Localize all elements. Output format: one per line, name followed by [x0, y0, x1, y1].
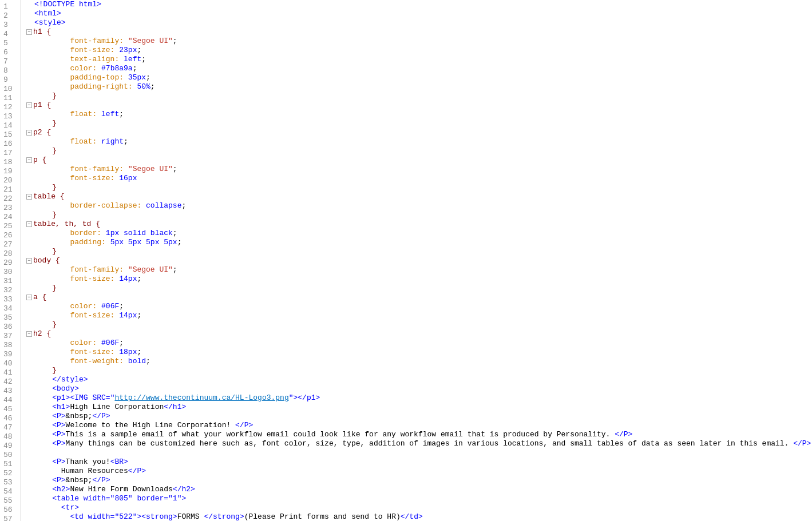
code-line: padding: 5px 5px 5px 5px;: [24, 238, 812, 247]
code-line: font-family: "Segoe UI";: [24, 37, 812, 46]
code-token: </h1>: [164, 403, 186, 412]
fold-icon[interactable]: −: [26, 295, 32, 300]
line-number: 28: [3, 249, 17, 258]
code-line: <body>: [24, 384, 812, 393]
code-line: <html>: [24, 9, 812, 18]
code-line: color: #06F;: [24, 339, 812, 348]
line-number: 18: [3, 158, 17, 167]
line-number: 16: [3, 140, 17, 149]
fold-icon[interactable]: −: [26, 102, 32, 108]
code-token: Human Resources: [34, 467, 128, 476]
line-number: 22: [3, 194, 17, 204]
code-line: text-align: left;: [24, 55, 812, 64]
code-line: font-size: 16px: [24, 174, 812, 183]
code-line: font-size: 14px;: [24, 311, 812, 320]
code-token: }: [34, 92, 57, 101]
code-token: ;: [137, 275, 141, 284]
code-token: <IMG SRC=": [70, 393, 114, 403]
code-token: bold: [128, 357, 146, 366]
code-token: <P>: [34, 430, 66, 439]
code-token: ;: [124, 137, 128, 146]
code-token: left: [101, 110, 119, 119]
code-token: ;: [150, 82, 155, 92]
line-number: 56: [3, 506, 17, 515]
code-line: }: [24, 247, 812, 256]
code-line: font-family: "Segoe UI";: [24, 165, 812, 174]
line-number: 25: [3, 222, 17, 231]
code-token: }: [34, 247, 57, 256]
code-token: </style>: [34, 375, 88, 384]
code-line: }: [24, 366, 812, 375]
code-token: 14px: [119, 311, 137, 320]
code-token: ;: [141, 55, 146, 64]
code-token: </P>: [128, 467, 146, 476]
line-number: 36: [3, 323, 17, 332]
code-line: <P>&nbsp;</P>: [24, 412, 812, 421]
fold-icon[interactable]: −: [26, 29, 32, 35]
code-token: table, th, td {: [33, 220, 100, 229]
code-line: Human Resources</P>: [24, 467, 812, 476]
code-line: −h1 {: [24, 27, 812, 37]
line-number: 11: [3, 94, 17, 103]
code-token: text-align:: [34, 55, 124, 64]
code-token: float:: [34, 110, 101, 119]
code-token: }: [34, 320, 57, 329]
line-number: 5: [3, 39, 17, 48]
code-token: h1 {: [33, 27, 51, 37]
line-number: 24: [3, 213, 17, 222]
fold-icon[interactable]: −: [26, 258, 32, 264]
code-token: font-family:: [34, 265, 128, 275]
code-token: </P>: [92, 412, 110, 421]
line-number: 55: [3, 496, 17, 506]
code-token: font-size:: [34, 275, 119, 284]
code-token: "Segoe UI": [128, 37, 173, 46]
code-token: <tr>: [34, 503, 79, 512]
code-line: font-size: 23px;: [24, 46, 812, 55]
line-number: 8: [3, 66, 17, 75]
code-line: }: [24, 320, 812, 329]
code-token: ;: [133, 64, 137, 73]
fold-icon[interactable]: −: [26, 221, 32, 227]
code-token: padding:: [34, 238, 110, 247]
code-token: font-size:: [34, 311, 119, 320]
fold-icon[interactable]: −: [26, 194, 32, 200]
code-token: </p1>: [298, 393, 320, 403]
code-token: }: [34, 284, 57, 293]
code-line: float: left;: [24, 110, 812, 119]
line-numbers-column: 1234567891011121314151617181920212223242…: [0, 0, 21, 521]
code-token: #7b8a9a: [101, 64, 133, 73]
line-number: 47: [3, 423, 17, 432]
line-number: 44: [3, 396, 17, 405]
code-token: ">: [289, 393, 298, 403]
code-line: border: 1px solid black;: [24, 229, 812, 238]
code-token: padding-top:: [34, 73, 128, 82]
code-token: ;: [137, 46, 141, 55]
code-line: }: [24, 183, 812, 192]
line-number: 9: [3, 75, 17, 85]
code-line: padding-right: 50%;: [24, 82, 812, 92]
code-token: 1px solid black: [106, 229, 173, 238]
fold-icon[interactable]: −: [26, 130, 32, 136]
line-number: 39: [3, 350, 17, 359]
code-line: font-family: "Segoe UI";: [24, 265, 812, 275]
line-number: 57: [3, 515, 17, 521]
code-token: ;: [173, 165, 177, 174]
line-number: 17: [3, 149, 17, 158]
line-number: 54: [3, 487, 17, 496]
code-line: <style>: [24, 18, 812, 27]
fold-icon[interactable]: −: [26, 157, 32, 163]
line-number: 51: [3, 460, 17, 469]
line-number: 32: [3, 286, 17, 295]
code-token: </P>: [793, 439, 811, 448]
line-number: 29: [3, 258, 17, 268]
line-number: 34: [3, 304, 17, 313]
code-token: collapse: [146, 201, 181, 210]
code-token: p {: [33, 156, 46, 165]
code-lines-column[interactable]: <!DOCTYPE html><html><style>−h1 { font-f…: [21, 0, 812, 521]
code-line: <P>Thank you!<BR>: [24, 458, 812, 467]
code-token: font-size:: [34, 174, 119, 183]
code-line: </style>: [24, 375, 812, 384]
line-number: 40: [3, 359, 17, 368]
line-number: 35: [3, 313, 17, 323]
fold-icon[interactable]: −: [26, 331, 32, 337]
